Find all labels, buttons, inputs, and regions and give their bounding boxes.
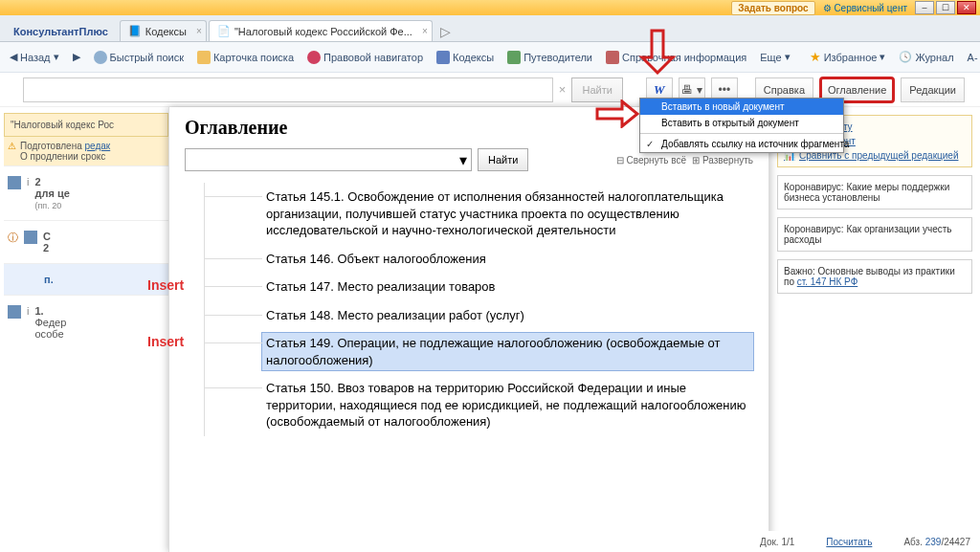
bookmark-icon xyxy=(8,176,21,189)
search-card-button[interactable]: Карточка поиска xyxy=(193,48,298,67)
toc-filter-select[interactable]: ▾ xyxy=(185,148,472,171)
clear-icon[interactable]: × xyxy=(559,82,567,97)
menu-add-source-link[interactable]: Добавлять ссылку на источник фрагмента xyxy=(640,136,843,152)
info-note[interactable]: Важно: Основные выводы из практики по ст… xyxy=(777,259,972,294)
search-input[interactable] xyxy=(23,77,553,102)
toc-item[interactable]: Статья 145.1. Освобождение от исполнения… xyxy=(204,183,753,245)
list-item[interactable]: i1.Федерособе xyxy=(4,295,168,349)
tab-codex[interactable]: 📘 Кодексы× xyxy=(120,20,207,41)
collapse-all-button[interactable]: ⊟ Свернуть всё xyxy=(616,155,686,166)
annotation-arrow-right xyxy=(595,99,639,132)
service-center-link[interactable]: ⚙ Сервисный цент xyxy=(823,3,907,13)
list-item[interactable]: ⓘС2 xyxy=(4,220,168,263)
info-icon: ⓘ xyxy=(8,231,18,254)
insert-annotation: Insert xyxy=(147,276,184,295)
edition-link[interactable]: редак xyxy=(85,141,111,151)
expand-all-button[interactable]: ⊞ Развернуть xyxy=(692,155,753,166)
tab-document[interactable]: 📄 "Налоговый кодекс Российской Фе...× xyxy=(209,20,433,41)
list-item[interactable]: п. xyxy=(4,263,168,295)
maximize-button[interactable]: ☐ xyxy=(936,1,955,14)
find-button[interactable]: Найти xyxy=(571,77,622,102)
calc-link[interactable]: Посчитать xyxy=(826,537,872,547)
warning-banner: ⚠ Подготовлена редакО продлении срокс xyxy=(4,137,168,166)
bookmark-icon xyxy=(8,305,21,319)
app-name: КонсультантПлюс xyxy=(4,22,118,41)
doc-counter: Док. 1/1 xyxy=(760,537,794,547)
add-tab-button[interactable]: ▷ xyxy=(433,22,458,41)
main-toolbar: ◀ Назад ▾ ▶ Быстрый поиск Карточка поиск… xyxy=(0,42,980,73)
quick-search-button[interactable]: Быстрый поиск xyxy=(90,48,188,67)
word-export-menu: Вставить в новый документ Вставить в отк… xyxy=(639,98,844,153)
document-title: "Налоговый кодекс Рос xyxy=(4,113,168,137)
annotation-arrow-down xyxy=(638,29,677,78)
toc-item[interactable]: Статья 148. Место реализации работ (услу… xyxy=(204,301,753,330)
toc-item[interactable]: InsertСтатья 147. Место реализации товар… xyxy=(204,273,753,301)
info-note[interactable]: Коронавирус: Как организации учесть расх… xyxy=(777,217,972,252)
toc-item[interactable]: Статья 150. Ввоз товаров на территорию Р… xyxy=(204,374,753,436)
codex-button[interactable]: Кодексы xyxy=(433,48,498,67)
menu-insert-new-doc[interactable]: Вставить в новый документ xyxy=(640,99,843,115)
close-icon[interactable]: × xyxy=(196,26,202,36)
forward-button[interactable]: ▶ xyxy=(69,48,84,66)
close-button[interactable]: ✕ xyxy=(957,1,976,14)
toc-item[interactable]: Статья 146. Объект налогообложения xyxy=(204,245,753,274)
minimize-button[interactable]: – xyxy=(915,1,934,14)
menu-insert-open-doc[interactable]: Вставить в открытый документ xyxy=(640,115,843,131)
ask-question-button[interactable]: Задать вопрос xyxy=(731,1,814,15)
info-note[interactable]: Коронавирус: Какие меры поддержки бизнес… xyxy=(777,175,972,210)
journal-button[interactable]: 🕓 Журнал xyxy=(895,48,957,66)
bookmark-icon xyxy=(24,231,37,244)
editions-button[interactable]: Редакции xyxy=(901,77,965,102)
font-size-button[interactable]: A- A+ xyxy=(964,49,980,66)
toc-item-selected[interactable]: InsertСтатья 149. Операции, не подлежащи… xyxy=(204,329,753,374)
favorites-button[interactable]: ★Избранное ▾ xyxy=(806,47,890,67)
paragraph-counter: Абз. 239/24427 xyxy=(903,537,970,547)
legal-navigator-button[interactable]: Правовой навигатор xyxy=(303,48,427,67)
guides-button[interactable]: Путеводители xyxy=(503,48,596,67)
star-icon: ★ xyxy=(810,50,821,64)
back-button[interactable]: ◀ Назад ▾ xyxy=(6,48,63,66)
toc-find-button[interactable]: Найти xyxy=(478,148,528,171)
insert-annotation: Insert xyxy=(147,333,184,351)
more-button[interactable]: Еще ▾ xyxy=(756,48,793,66)
list-item[interactable]: i2для це(пп. 20 xyxy=(4,166,168,220)
close-icon[interactable]: × xyxy=(422,26,428,36)
warning-icon: ⚠ xyxy=(8,141,16,162)
